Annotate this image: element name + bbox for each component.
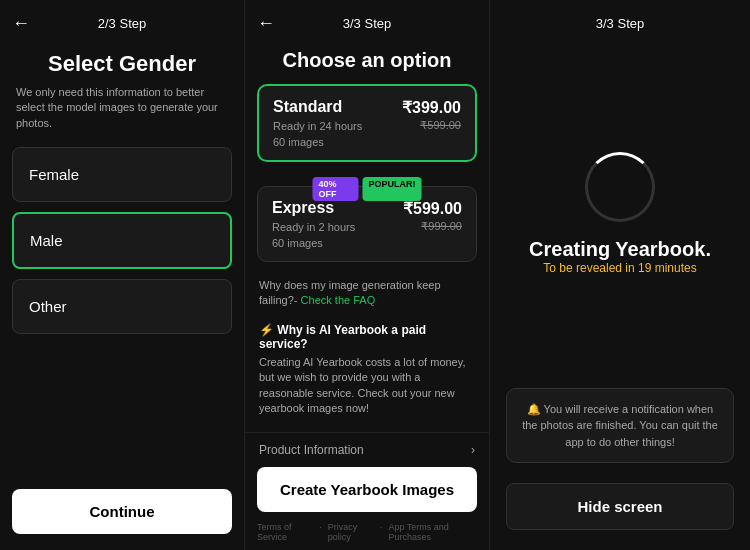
option-express-old-price: ₹999.00 (403, 220, 462, 233)
option-standard-old-price: ₹599.00 (402, 119, 461, 132)
gender-options: Female Male Other (0, 147, 244, 473)
option-standard[interactable]: Standard Ready in 24 hours 60 images ₹39… (257, 84, 477, 162)
left-header: ← 2/3 Step (0, 0, 244, 39)
creating-area: Creating Yearbook. To be revealed in 19 … (509, 39, 731, 388)
option-express[interactable]: 40% OFF POPULAR! Express Ready in 2 hour… (257, 186, 477, 262)
middle-panel: ← 3/3 Step Choose an option Standard Rea… (245, 0, 490, 550)
gender-option-other[interactable]: Other (12, 279, 232, 334)
page-title-mid: Choose an option (245, 39, 489, 84)
page-title-left: Select Gender (0, 39, 244, 85)
create-yearbook-button[interactable]: Create Yearbook Images (257, 467, 477, 512)
option-express-desc1: Ready in 2 hours (272, 221, 355, 233)
faq-question: ⚡ Why is AI Yearbook a paid service? (259, 323, 475, 351)
step-label-left: 2/3 Step (98, 16, 146, 31)
back-button-mid[interactable]: ← (257, 13, 275, 34)
product-info-label: Product Information (259, 443, 364, 457)
step-label-right: 3/3 Step (596, 16, 644, 31)
right-panel: 3/3 Step Creating Yearbook. To be reveal… (490, 0, 750, 550)
right-header: 3/3 Step (490, 0, 750, 39)
badge-popular: POPULAR! (363, 177, 422, 201)
option-standard-desc2: 60 images (273, 136, 362, 148)
express-badges: 40% OFF POPULAR! (313, 177, 422, 201)
back-button-left[interactable]: ← (12, 13, 30, 34)
continue-button[interactable]: Continue (12, 489, 232, 534)
gender-option-male[interactable]: Male (12, 212, 232, 269)
left-panel: ← 2/3 Step Select Gender We only need th… (0, 0, 245, 550)
option-standard-price: ₹399.00 (402, 98, 461, 117)
subtitle-left: We only need this information to better … (0, 85, 244, 147)
terms-link[interactable]: Terms of Service (257, 522, 313, 542)
faq-section: ⚡ Why is AI Yearbook a paid service? Cre… (245, 315, 489, 425)
mid-header: ← 3/3 Step (245, 0, 489, 39)
footer-links: Terms of Service · Privacy policy · App … (245, 518, 490, 550)
notification-box: 🔔 You will receive a notification when t… (506, 388, 734, 464)
faq-answer: Creating AI Yearbook costs a lot of mone… (259, 355, 475, 417)
option-express-name: Express (272, 199, 355, 217)
mid-bottom-btn: Create Yearbook Images (245, 467, 489, 518)
step-label-mid: 3/3 Step (343, 16, 391, 31)
chevron-icon: › (471, 443, 475, 457)
option-standard-desc1: Ready in 24 hours (273, 120, 362, 132)
option-express-desc2: 60 images (272, 237, 355, 249)
privacy-link[interactable]: Privacy policy (328, 522, 374, 542)
faq-link[interactable]: Check the FAQ (301, 294, 376, 306)
option-express-price: ₹599.00 (403, 199, 462, 218)
left-bottom: Continue (12, 489, 232, 534)
gender-option-female[interactable]: Female (12, 147, 232, 202)
badge-discount: 40% OFF (313, 177, 359, 201)
app-terms-link[interactable]: App Terms and Purchases (389, 522, 477, 542)
right-bottom-btn: Hide screen (490, 483, 750, 550)
product-info-row[interactable]: Product Information › (245, 432, 489, 467)
creating-title: Creating Yearbook. (529, 238, 711, 261)
faq-text: Why does my image generation keep failin… (245, 272, 489, 315)
loading-spinner (585, 152, 655, 222)
hide-screen-button[interactable]: Hide screen (506, 483, 734, 530)
option-standard-name: Standard (273, 98, 362, 116)
creating-subtitle: To be revealed in 19 minutes (529, 261, 711, 275)
